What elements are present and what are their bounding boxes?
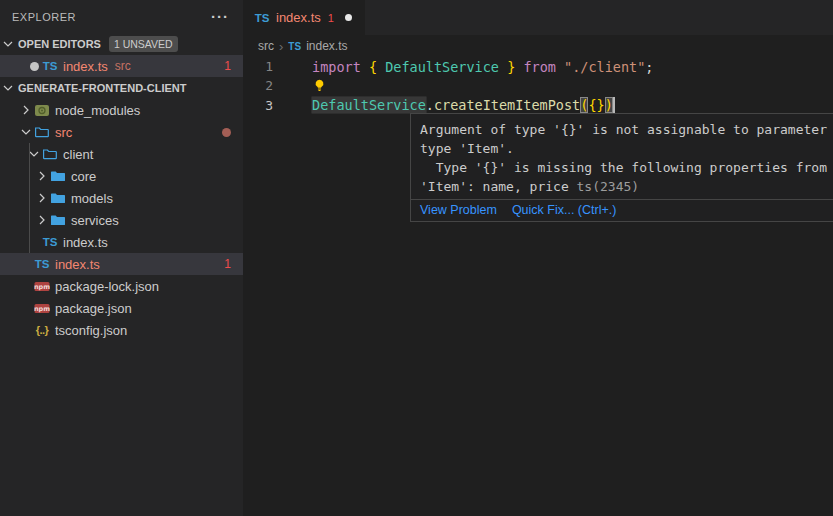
code-token (515, 59, 523, 75)
code-token: ; (645, 59, 653, 75)
tree-item-tsconfig-json[interactable]: {..}tsconfig.json (0, 319, 243, 341)
folder-open-icon (34, 124, 50, 140)
tree-item-models[interactable]: models (0, 187, 243, 209)
view-problem-link[interactable]: View Problem (420, 203, 497, 217)
code-token: ( (580, 97, 588, 113)
hover-error-code: ts(2345) (577, 179, 640, 194)
unsaved-dot-icon (345, 14, 353, 22)
error-count-badge: 1 (224, 257, 231, 271)
code-token (377, 59, 385, 75)
error-count-badge: 1 (224, 59, 231, 73)
hover-status-bar: View Problem Quick Fix... (Ctrl+.) (411, 199, 833, 220)
chevron-right-icon (18, 102, 34, 118)
chevron-right-icon (34, 168, 50, 184)
tree-item-label: index.ts (55, 257, 100, 272)
tab-bar: TS index.ts 1 (243, 0, 833, 35)
ts-icon: TS (42, 234, 58, 250)
npm-icon: npm (34, 300, 50, 316)
sidebar-title: EXPLORER (12, 11, 76, 23)
code-token (499, 59, 507, 75)
typescript-file-icon: TS (254, 10, 270, 26)
hover-line: Type '{}' is missing the following prope… (420, 158, 833, 177)
code-editor[interactable]: 1import { DefaultService } from "./clien… (243, 57, 833, 115)
explorer-sidebar: EXPLORER ··· OPEN EDITORS 1 UNSAVED TS i… (0, 0, 243, 516)
tree-item-label: package-lock.json (55, 279, 159, 294)
code-token: ) (605, 97, 613, 113)
code-token (361, 59, 369, 75)
node-icon (34, 102, 50, 118)
code-token: {} (588, 97, 604, 113)
indent-guide (29, 143, 30, 253)
tree-item-label: node_modules (55, 103, 140, 118)
open-editor-file-label: index.ts (63, 59, 108, 74)
open-editors-label: OPEN EDITORS (18, 38, 101, 50)
code-token: "./client" (564, 59, 645, 75)
chevron-down-icon (0, 36, 16, 52)
tab-error-count: 1 (328, 12, 334, 24)
modified-dot-icon (222, 128, 231, 137)
tree-item-index-ts[interactable]: TSindex.ts (0, 231, 243, 253)
code-token: createItemItemPost (434, 97, 580, 113)
root-folder-section[interactable]: GENERATE-FRONTEND-CLIENT (0, 77, 243, 99)
code-token: . (426, 97, 434, 113)
tree-item-label: src (55, 125, 72, 140)
tree-item-label: models (71, 191, 113, 206)
folder-icon (50, 168, 66, 184)
folder-open-icon (42, 146, 58, 162)
root-folder-label: GENERATE-FRONTEND-CLIENT (18, 82, 186, 94)
quick-fix-link[interactable]: Quick Fix... (Ctrl+.) (512, 203, 617, 217)
svg-text:npm: npm (34, 283, 50, 291)
breadcrumb-file[interactable]: index.ts (306, 39, 347, 53)
tree-item-index-ts[interactable]: TSindex.ts1 (0, 253, 243, 275)
tree-item-label: core (71, 169, 96, 184)
tree-item-label: services (71, 213, 119, 228)
chevron-right-icon (34, 190, 50, 206)
open-editor-item-index-ts[interactable]: TS index.ts src 1 (0, 55, 243, 77)
sidebar-header: EXPLORER ··· (0, 0, 243, 33)
code-token: DefaultService (312, 97, 426, 113)
ts-icon: TS (34, 256, 50, 272)
editor-area: TS index.ts 1 src › TS index.ts 1import … (243, 0, 833, 516)
tree-item-label: package.json (55, 301, 132, 316)
code-line-2[interactable]: 2 (243, 76, 833, 95)
npm-icon: npm (34, 278, 50, 294)
tree-item-client[interactable]: client (0, 143, 243, 165)
folder-icon (50, 190, 66, 206)
tree-item-src[interactable]: src (0, 121, 243, 143)
tree-item-label: tsconfig.json (55, 323, 127, 338)
breadcrumb-folder[interactable]: src (258, 39, 274, 53)
code-token: from (523, 59, 556, 75)
open-editors-section[interactable]: OPEN EDITORS 1 UNSAVED (0, 33, 243, 55)
code-line-1[interactable]: 1import { DefaultService } from "./clien… (243, 57, 833, 76)
hover-line: Argument of type '{}' is not assignable … (420, 120, 833, 139)
code-token: import (312, 59, 361, 75)
tab-file-label: index.ts (276, 10, 321, 25)
tree-item-package-lock-json[interactable]: npmpackage-lock.json (0, 275, 243, 297)
error-hover-tooltip: Argument of type '{}' is not assignable … (410, 113, 833, 222)
hover-line: 'Item': name, price ts(2345) (420, 177, 833, 196)
open-editor-file-desc: src (115, 59, 131, 73)
code-token: DefaultService (385, 59, 499, 75)
tab-index-ts[interactable]: TS index.ts 1 (243, 0, 365, 35)
hover-line: type 'Item'. (420, 139, 833, 158)
line-number: 2 (243, 78, 273, 93)
code-token: } (507, 59, 515, 75)
file-tree: node_modulessrcclientcoremodelsservicesT… (0, 99, 243, 341)
line-number: 1 (243, 59, 273, 74)
breadcrumbs: src › TS index.ts (243, 35, 833, 57)
tree-item-services[interactable]: services (0, 209, 243, 231)
lightbulb-icon[interactable] (312, 78, 327, 93)
breadcrumb-separator-icon: › (279, 39, 283, 54)
tree-item-node-modules[interactable]: node_modules (0, 99, 243, 121)
tree-item-package-json[interactable]: npmpackage.json (0, 297, 243, 319)
tree-item-core[interactable]: core (0, 165, 243, 187)
chevron-down-icon (18, 124, 34, 140)
tree-item-label: client (63, 147, 93, 162)
tree-item-label: index.ts (63, 235, 108, 250)
json-icon: {..} (34, 322, 50, 338)
code-token (556, 59, 564, 75)
folder-icon (50, 212, 66, 228)
unsaved-badge: 1 UNSAVED (109, 36, 178, 52)
more-actions-icon[interactable]: ··· (211, 12, 229, 22)
unsaved-dot-icon (26, 62, 42, 71)
